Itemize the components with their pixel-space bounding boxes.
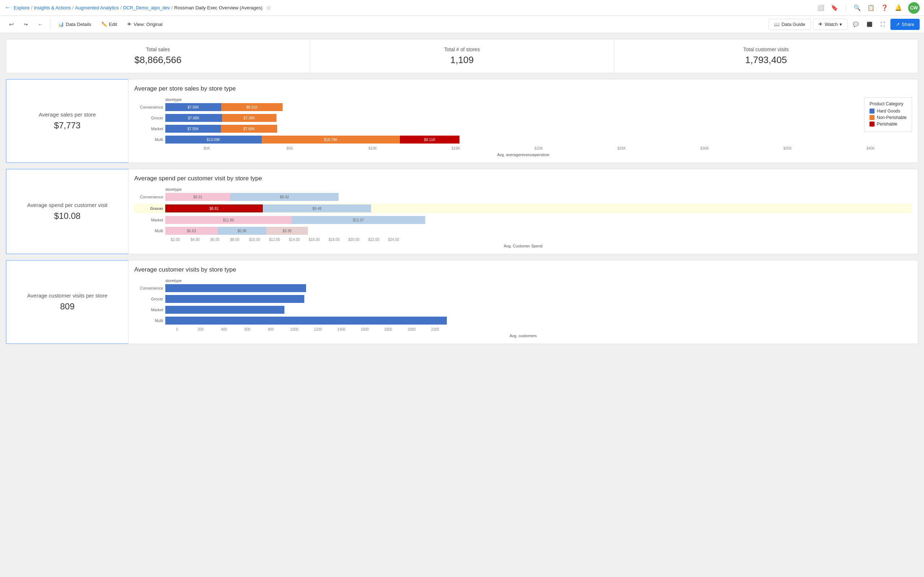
back-button[interactable]: ← <box>4 4 11 11</box>
data-guide-icon: 📖 <box>774 22 780 27</box>
chart3-row: Average customer visits per store 809 Av… <box>6 260 918 344</box>
sp-seg-market-1: $11.86 <box>165 216 292 224</box>
legend-non-perish: Non-Perishable <box>869 115 907 120</box>
legend-dot-hard <box>869 108 874 114</box>
sp-seg-conv-1: $9.31 <box>165 193 230 201</box>
chart3-x-axis: 0 200 400 600 800 1000 1200 1400 1600 18… <box>134 327 912 331</box>
help-icon[interactable]: ❓ <box>881 4 888 12</box>
avatar[interactable]: CW <box>908 2 920 14</box>
bar-label-multi: Multi <box>134 137 163 142</box>
kpi-total-stores: Total # of stores 1,109 <box>310 39 614 73</box>
data-details-label: Data Details <box>66 22 91 27</box>
x-tick: $5K <box>248 147 331 150</box>
x-tick: $20K <box>498 147 580 150</box>
bar-segs-multi: $13.09K $18.78K $8.11K <box>165 135 459 143</box>
sp-seg-multi-1: $6.63 <box>165 227 218 235</box>
share-icon: ↗ <box>896 22 900 27</box>
present-button[interactable]: ⬛ <box>863 19 876 29</box>
chart1-container: Product Category Hard Goods Non-Perishab… <box>134 97 912 157</box>
redo-button[interactable]: ↪ <box>19 19 32 29</box>
bar-seg-grocer-2: $7.38K <box>222 114 276 122</box>
kpi-total-sales-label: Total sales <box>146 47 170 52</box>
x-tick: $10K <box>331 147 414 150</box>
chart1-row: Average sales per store $7,773 Average p… <box>6 79 918 163</box>
chart1-bar-market: Market $7.55K $7.66K <box>134 125 912 133</box>
chart1-title: Average per store sales by store type <box>134 85 912 92</box>
chart2-axis-title: Avg. Customer Spend <box>134 244 912 248</box>
chart1-bar-multi: Multi $13.09K $18.78K $8.11K <box>134 135 912 143</box>
chart3-left-label: Average customer visits per store <box>27 292 107 298</box>
sp-label-convenience: Convenience <box>134 195 163 199</box>
chart2-left-label: Average spend per customer visit <box>27 202 107 208</box>
notifications-icon[interactable]: 🔔 <box>894 4 902 12</box>
chart3-axis-label: storetype <box>134 279 912 283</box>
legend-label-hard: Hard Goods <box>877 108 900 114</box>
share-button[interactable]: ↗ Share <box>890 19 920 30</box>
bar-seg-market-1: $7.55K <box>165 125 221 133</box>
cv-label-multi: Multi <box>134 318 163 323</box>
edit-button[interactable]: ✏️ Edit <box>97 19 122 29</box>
chart2-left-value: $10.08 <box>54 211 81 221</box>
chart3-axis-title: Avg. customers <box>134 334 912 338</box>
bar-seg-multi-3: $8.11K <box>400 135 459 143</box>
watch-label: Watch <box>825 22 838 27</box>
view-original-button[interactable]: 👁 View: Original <box>122 19 167 29</box>
x-tick: $35K <box>746 147 829 150</box>
data-guide-button[interactable]: 📖 Data Guide <box>769 19 811 30</box>
back-nav-button[interactable]: ← <box>33 19 47 29</box>
undo-button[interactable]: ↩ <box>4 18 18 30</box>
comment-button[interactable]: 💬 <box>850 19 862 29</box>
chart3-bar-multi: Multi <box>134 317 912 324</box>
breadcrumb-explore[interactable]: Explore <box>14 5 30 10</box>
bar-segs-grocer: $7.68K $7.38K <box>165 114 276 122</box>
bar-seg-convenience-1: $7.58K <box>165 103 221 111</box>
kpi-total-visits: Total customer visits 1,793,405 <box>614 39 918 73</box>
toolbar-left: ↩ ↪ ← 📊 Data Details ✏️ Edit 👁 View: Ori… <box>4 18 167 30</box>
bookmark-icon[interactable]: 🔖 <box>830 4 838 12</box>
breadcrumb-augmented[interactable]: Augmented Analytics <box>75 5 119 10</box>
kpi-total-visits-value: 1,793,405 <box>745 55 787 66</box>
chart2-bar-market: Market $11.86 $12.07 <box>134 216 912 224</box>
cv-bar-multi <box>165 317 447 324</box>
sp-segs-market: $11.86 $12.07 <box>165 216 912 224</box>
kpi-total-stores-value: 1,109 <box>450 55 473 66</box>
search-icon[interactable]: 🔍 <box>853 4 861 12</box>
legend-title: Product Category <box>869 102 907 106</box>
view-icon: 👁 <box>127 22 132 27</box>
sp-segs-grocer: $8.81 $9.48 <box>165 205 912 213</box>
watch-button[interactable]: 👁 Watch ▾ <box>813 19 848 30</box>
sp-segs-convenience: $9.31 $9.42 <box>165 193 912 201</box>
sp-label-market: Market <box>134 218 163 222</box>
clipboard-icon[interactable]: 📋 <box>867 4 875 12</box>
sp-label-multi: Multi <box>134 229 163 233</box>
legend-label-perish: Perishable <box>877 121 897 127</box>
kpi-total-sales-value: $8,866,566 <box>135 55 181 66</box>
chart1-legend: Product Category Hard Goods Non-Perishab… <box>864 97 912 132</box>
chart1-axis-title: Avg. averagerevenueperstore <box>134 153 912 157</box>
sp-segs-multi: $6.63 $5.96 $3.95 <box>165 227 912 235</box>
fullscreen-button[interactable]: ⛶ <box>877 19 888 29</box>
chart1-bar-convenience: Convenience $7.58K $8.31K <box>134 103 912 111</box>
chart1-left-value: $7,773 <box>54 121 81 131</box>
cv-label-grocer: Grocer <box>134 297 163 301</box>
data-details-button[interactable]: 📊 Data Details <box>53 19 96 29</box>
x-tick: $0K <box>165 147 248 150</box>
breadcrumb-insights[interactable]: Insights & Actions <box>34 5 71 10</box>
toolbar-divider-1 <box>50 19 50 29</box>
bar-seg-market-2: $7.66K <box>221 125 277 133</box>
bar-seg-convenience-2: $8.31K <box>221 103 283 111</box>
bar-segs-convenience: $7.58K $8.31K <box>165 103 283 111</box>
edit-label: Edit <box>109 22 117 27</box>
chart3-bar-market: Market <box>134 306 912 314</box>
chart1-axis-label: storetype <box>134 97 912 102</box>
breadcrumb-dcr[interactable]: DCR_Demo_alpo_dev <box>123 5 170 10</box>
legend-perishable: Perishable <box>869 121 907 127</box>
tablet-icon[interactable]: ⬜ <box>817 4 825 12</box>
cv-label-market: Market <box>134 308 163 312</box>
kpi-total-sales: Total sales $8,866,566 <box>6 39 310 73</box>
chart2-title: Average spend per customer visit by stor… <box>134 175 912 182</box>
data-details-icon: 📊 <box>58 22 64 27</box>
chart2-bar-multi: Multi $6.63 $5.96 $3.95 <box>134 227 912 235</box>
star-icon[interactable]: ☆ <box>266 4 271 11</box>
sp-seg-grocer-2: $9.48 <box>263 205 371 213</box>
